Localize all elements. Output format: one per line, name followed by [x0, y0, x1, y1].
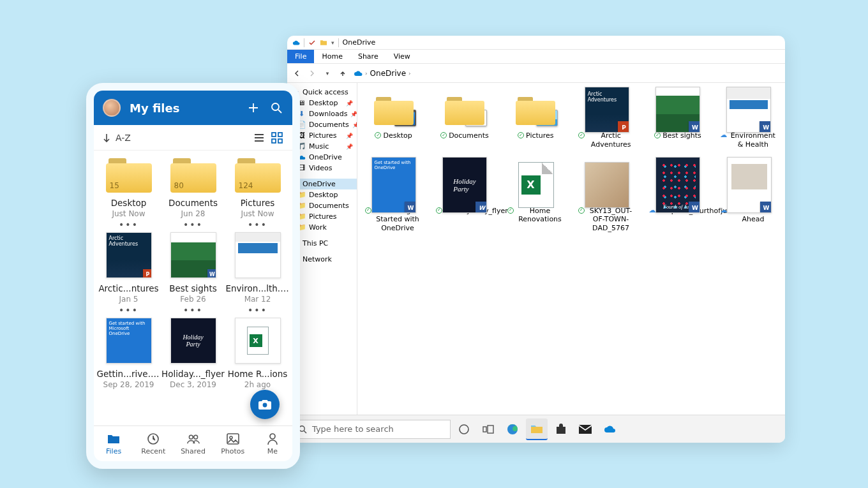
svg-rect-8 [272, 133, 276, 137]
search-icon[interactable] [269, 101, 283, 115]
more-icon[interactable]: ••• [248, 219, 267, 230]
tab-recent[interactable]: Recent [133, 426, 173, 461]
camera-fab[interactable] [250, 390, 280, 419]
mobile-folder[interactable]: 15 Desktop Just Now ••• [97, 157, 161, 230]
svg-point-1 [460, 425, 468, 434]
taskbar-edge[interactable] [502, 418, 523, 440]
svg-point-15 [193, 435, 197, 439]
breadcrumb[interactable]: › OneDrive › [354, 69, 411, 78]
ribbon-tab-view[interactable]: View [386, 50, 418, 63]
taskbar-search[interactable]: Type here to search [291, 420, 451, 439]
svg-rect-16 [227, 434, 239, 444]
synced-icon: ✓ [375, 132, 381, 138]
powerpoint-badge-icon: P [143, 269, 152, 278]
tab-me[interactable]: Me [253, 426, 292, 461]
avatar[interactable] [103, 99, 121, 117]
file-item[interactable]: ✓Home Renovations [507, 167, 564, 233]
taskbar: Type here to search [287, 415, 785, 443]
mobile-title: My files [130, 101, 237, 115]
cloud-status-icon: ☁ [721, 207, 727, 214]
window-title: OneDrive [343, 38, 376, 47]
svg-rect-5 [557, 427, 565, 434]
more-icon[interactable]: ••• [119, 219, 138, 230]
svg-rect-9 [278, 133, 282, 137]
word-badge-icon: W [405, 202, 416, 213]
grid-view-icon[interactable] [271, 131, 283, 144]
camera-icon [258, 399, 272, 410]
add-icon[interactable] [246, 101, 260, 115]
word-badge-icon: W [760, 202, 772, 213]
mobile-file[interactable]: X Home R...ions 2h ago [226, 318, 290, 389]
synced-icon: ✓ [578, 132, 585, 138]
more-icon[interactable]: ••• [248, 305, 267, 315]
mobile-folder[interactable]: 124 Pictures Just Now ••• [226, 157, 290, 230]
taskbar-mail[interactable] [574, 418, 596, 440]
mobile-file[interactable]: Environ...lth.pdf Mar 12 ••• [226, 232, 290, 315]
file-item[interactable]: W ☁Environment & Health [721, 92, 777, 149]
tab-shared[interactable]: Shared [173, 426, 213, 461]
sort-arrow-icon[interactable] [103, 133, 110, 142]
dropdown-icon[interactable]: ▾ [331, 40, 334, 46]
svg-point-0 [299, 425, 304, 431]
ribbon: File Home Share View [287, 50, 785, 64]
powerpoint-badge-icon: P [618, 121, 629, 133]
back-icon[interactable] [292, 69, 301, 78]
cloud-status-icon: ☁ [649, 207, 655, 214]
file-item[interactable]: Fourth of JulyW ☁template_fourthofjul [649, 167, 707, 233]
word-badge-icon: W [760, 121, 771, 133]
up-icon[interactable] [338, 69, 347, 78]
list-view-icon[interactable] [253, 131, 266, 144]
file-item[interactable]: W ☁The Year Ahead [721, 167, 777, 233]
file-item[interactable]: ✓SKY13_OUT-OF-TOWN-DAD_5767 [578, 167, 635, 233]
ribbon-tab-share[interactable]: Share [350, 50, 386, 63]
tab-files[interactable]: Files [94, 426, 133, 461]
folder-documents[interactable]: A ✓Documents [436, 92, 493, 149]
svg-point-14 [189, 435, 193, 439]
svg-rect-11 [278, 139, 282, 143]
svg-point-17 [230, 436, 232, 439]
clock-icon [146, 432, 160, 446]
more-icon[interactable]: ••• [183, 219, 203, 230]
word-badge-icon: W [689, 121, 700, 133]
more-icon[interactable]: ••• [183, 305, 203, 315]
taskbar-store[interactable] [550, 418, 572, 440]
folder-pictures[interactable]: ✓Pictures [507, 92, 564, 149]
file-grid: ✓Desktop A ✓Documents ✓Pictures Arctic A… [357, 83, 785, 443]
folder-desktop[interactable]: ✓Desktop [365, 92, 422, 149]
folder-icon[interactable] [320, 39, 327, 47]
mobile-folder[interactable]: 80 Documents Jun 28 ••• [161, 157, 225, 230]
excel-icon [518, 162, 554, 208]
forward-icon[interactable] [308, 69, 317, 78]
pin-icon: 📌 [350, 111, 357, 117]
mobile-device: My files A-Z 15 Desktop Just Now ••• 80 … [86, 83, 300, 469]
mobile-file[interactable]: Get started with Microsoft OneDrive Gett… [97, 318, 161, 389]
svg-point-18 [270, 434, 275, 439]
taskbar-onedrive[interactable] [599, 418, 620, 440]
synced-icon: ✓ [654, 132, 661, 138]
more-icon[interactable]: ••• [119, 305, 138, 315]
taskbar-explorer[interactable] [526, 418, 548, 440]
sort-label[interactable]: A-Z [116, 133, 131, 143]
breadcrumb-item[interactable]: OneDrive [370, 69, 406, 78]
pin-icon: 📌 [352, 122, 357, 128]
file-item[interactable]: Get started with OneDriveW ✓Getting Star… [365, 167, 422, 233]
mobile-file[interactable]: W Best sights Feb 26 ••• [161, 232, 225, 315]
taskbar-cortana[interactable] [453, 418, 475, 440]
ribbon-tab-home[interactable]: Home [314, 50, 350, 63]
ribbon-tab-file[interactable]: File [287, 50, 314, 63]
recent-dropdown-icon[interactable]: ▾ [323, 69, 332, 78]
synced-icon: ✓ [518, 132, 524, 138]
synced-icon: ✓ [440, 132, 447, 138]
pin-icon: 📌 [346, 100, 353, 107]
tab-photos[interactable]: Photos [213, 426, 253, 461]
taskbar-taskview[interactable] [477, 418, 499, 440]
file-item[interactable]: HolidayPartyW ✓HolidayParty_flyer [436, 167, 493, 233]
mobile-file[interactable]: Arctic AdventuresP Arctic...ntures Jan 5… [97, 232, 161, 315]
mobile-file[interactable]: HolidayParty Holiday..._flyer Dec 3, 201… [161, 318, 225, 389]
file-item[interactable]: W ✓Best sights [649, 92, 706, 149]
check-icon[interactable] [308, 39, 316, 47]
synced-icon: ✓ [365, 207, 371, 214]
folder-icon [107, 432, 121, 446]
chevron-right-icon: › [408, 70, 411, 77]
file-item[interactable]: Arctic AdventuresP ✓Arctic Adventures [578, 92, 635, 149]
